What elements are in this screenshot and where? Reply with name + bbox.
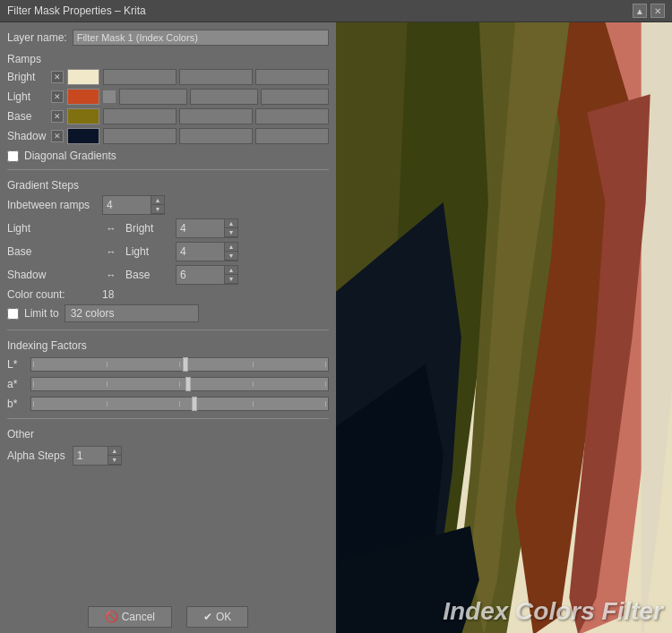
alpha-arrow-up[interactable]: ▲	[108, 447, 121, 456]
limit-select[interactable]: 32 colors 64 colors 128 colors 256 color…	[65, 304, 199, 322]
ramp-color-light[interactable]	[67, 89, 99, 105]
slider-thumb-b[interactable]	[192, 397, 197, 411]
ramp-slider-btn-light-2[interactable]	[190, 89, 258, 105]
ramp-slider-btn-bright-3[interactable]	[255, 69, 329, 85]
cancel-label: Cancel	[122, 611, 155, 623]
alpha-spinbox-arrows: ▲ ▼	[108, 447, 121, 465]
cancel-button[interactable]: 🚫 Cancel	[88, 606, 172, 628]
slider-row-a: a*	[7, 377, 329, 391]
ramp-light-small-btn[interactable]	[103, 90, 116, 103]
gs-arrow-up-lb[interactable]: ▲	[225, 219, 237, 228]
ramp-slider-btn-bright-2[interactable]	[179, 69, 253, 85]
gs-spinbox-light-bright[interactable]: 4 ▲ ▼	[176, 218, 238, 238]
right-panel: Index Colors Filter	[336, 22, 672, 633]
ok-icon: ✔	[203, 611, 212, 623]
gs-arrow-1: ↔	[102, 223, 120, 234]
other-section: Other Alpha Steps 1 ▲ ▼	[7, 426, 329, 466]
inbetween-value: 4	[103, 197, 151, 213]
gradient-steps-title: Gradient Steps	[7, 179, 329, 192]
title-bar: Filter Mask Properties – Krita ▲ ✕	[0, 0, 672, 22]
slider-thumb-l[interactable]	[183, 357, 188, 372]
limit-row: Limit to 32 colors 64 colors 128 colors …	[7, 304, 329, 322]
slider-thumb-a[interactable]	[185, 377, 191, 391]
gs-arrows-lb: ▲ ▼	[224, 219, 237, 237]
ramp-slider-btn-shadow-3[interactable]	[255, 128, 329, 144]
gs-arrow-down-lb[interactable]: ▼	[225, 228, 237, 237]
slider-row-b: b*	[7, 397, 329, 411]
ok-label: OK	[216, 611, 231, 623]
ramps-section-title: Ramps	[7, 53, 329, 65]
color-count-label: Color count:	[7, 288, 97, 301]
gradient-steps-section: Gradient Steps Inbetween ramps 4 ▲ ▼ Lig…	[7, 177, 329, 322]
diagonal-gradients-checkbox[interactable]	[7, 150, 19, 162]
slider-row-l: L*	[7, 357, 329, 372]
gs-from-base: Base	[7, 245, 97, 258]
layer-name-row: Layer name:	[7, 30, 329, 46]
ramp-slider-btn-bright-1[interactable]	[103, 69, 177, 85]
gs-arrow-3: ↔	[102, 269, 120, 280]
ramp-x-btn-bright[interactable]: ✕	[51, 71, 64, 83]
ramp-slider-btn-base-1[interactable]	[103, 108, 177, 124]
gs-arrows-bl: ▲ ▼	[224, 243, 237, 261]
ramp-slider-btn-shadow-2[interactable]	[179, 128, 253, 144]
slider-label-l: L*	[7, 358, 25, 371]
inbetween-arrows: ▲ ▼	[151, 196, 164, 214]
canvas-area: Index Colors Filter	[336, 22, 672, 633]
gs-row-base-light: Base ↔ Light 4 ▲ ▼	[7, 242, 329, 261]
left-panel: Layer name: Ramps Bright ✕	[0, 22, 336, 633]
ramp-slider-bright	[103, 69, 329, 85]
ramp-x-btn-base[interactable]: ✕	[51, 110, 64, 123]
gs-row-light-bright: Light ↔ Bright 4 ▲ ▼	[7, 218, 329, 238]
gs-arrow-down-sb[interactable]: ▼	[225, 275, 237, 284]
window-up-button[interactable]: ▲	[633, 4, 647, 18]
ramp-slider-light	[119, 89, 329, 105]
inbetween-arrow-up[interactable]: ▲	[151, 196, 164, 205]
ramp-x-btn-light[interactable]: ✕	[51, 90, 64, 103]
gs-to-bright: Bright	[125, 222, 170, 235]
ramp-color-base[interactable]	[67, 108, 99, 124]
ramp-slider-btn-light-1[interactable]	[119, 89, 187, 105]
ramp-slider-btn-light-3[interactable]	[261, 89, 329, 105]
ramp-color-bright[interactable]	[67, 69, 99, 85]
divider-1	[7, 169, 329, 170]
ramp-slider-btn-base-2[interactable]	[179, 108, 253, 124]
limit-checkbox[interactable]	[7, 308, 19, 320]
gs-spinbox-shadow-base[interactable]: 6 ▲ ▼	[176, 265, 238, 285]
alpha-spinbox-value: 1	[73, 448, 108, 464]
ramp-x-btn-shadow[interactable]: ✕	[51, 130, 64, 142]
ramps-section: Ramps Bright ✕ Light ✕	[7, 51, 329, 162]
window-close-button[interactable]: ✕	[650, 4, 665, 18]
ok-button[interactable]: ✔ OK	[186, 606, 248, 628]
gs-to-base: Base	[125, 269, 170, 281]
limit-select-container: 32 colors 64 colors 128 colors 256 color…	[65, 304, 199, 322]
gs-arrow-up-bl[interactable]: ▲	[225, 243, 237, 252]
ramp-slider-base	[103, 108, 329, 124]
ramp-row-base: Base ✕	[7, 108, 329, 124]
alpha-arrow-down[interactable]: ▼	[108, 456, 121, 465]
inbetween-row: Inbetween ramps 4 ▲ ▼	[7, 195, 329, 215]
inbetween-arrow-down[interactable]: ▼	[151, 205, 164, 214]
slider-track-b[interactable]	[30, 397, 329, 411]
inbetween-spinbox[interactable]: 4 ▲ ▼	[102, 195, 165, 215]
gs-from-light: Light	[7, 222, 97, 235]
alpha-spinbox[interactable]: 1 ▲ ▼	[73, 446, 122, 466]
gs-arrow-down-bl[interactable]: ▼	[225, 252, 237, 261]
ramp-slider-btn-base-3[interactable]	[255, 108, 329, 124]
gs-val-light-bright: 4	[177, 220, 224, 236]
layer-name-input[interactable]	[73, 30, 329, 46]
ramp-color-shadow[interactable]	[67, 128, 99, 144]
gs-spinbox-base-light[interactable]: 4 ▲ ▼	[176, 242, 238, 261]
content-area: Layer name: Ramps Bright ✕	[0, 22, 672, 633]
slider-track-l[interactable]	[30, 357, 329, 372]
gs-arrow-up-sb[interactable]: ▲	[225, 266, 237, 275]
gs-arrow-2: ↔	[102, 246, 120, 257]
diagonal-gradients-row: Diagonal Gradients	[7, 150, 329, 162]
main-window: Filter Mask Properties – Krita ▲ ✕ Layer…	[0, 0, 672, 633]
ramp-slider-btn-shadow-1[interactable]	[103, 128, 177, 144]
gs-to-light: Light	[125, 245, 170, 258]
divider-2	[7, 329, 329, 330]
ramp-label-bright: Bright	[7, 71, 47, 83]
ramp-row-light: Light ✕	[7, 89, 329, 105]
slider-track-a[interactable]	[30, 377, 329, 391]
ramp-slider-shadow	[103, 128, 329, 144]
